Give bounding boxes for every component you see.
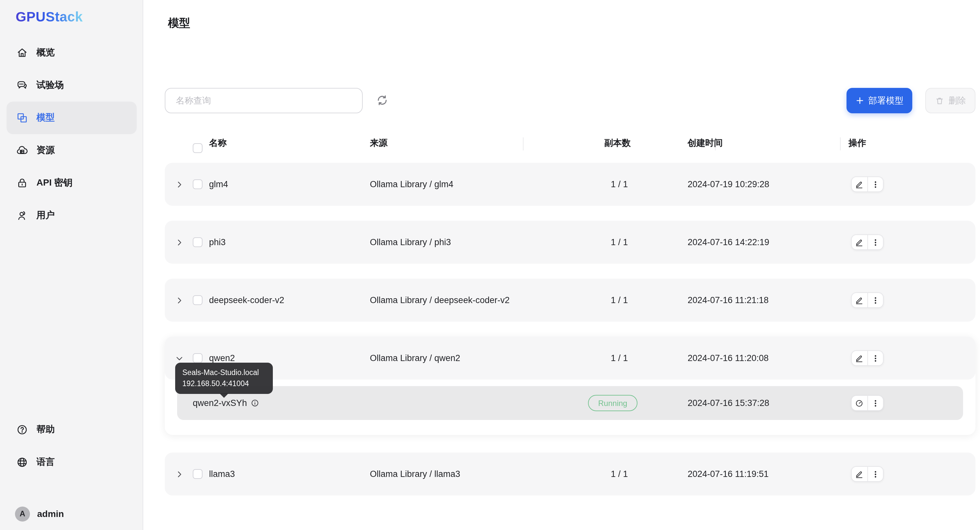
sidebar-item-label: 资源 — [37, 145, 55, 156]
plus-icon — [855, 96, 864, 105]
select-all-checkbox[interactable] — [193, 143, 202, 153]
more-actions-button[interactable] — [867, 235, 883, 249]
more-actions-button[interactable] — [867, 293, 883, 307]
model-created: 2024-07-16 11:19:51 — [687, 469, 769, 479]
model-instance-row: qwen2-vxSYh Running 2024-07-16 15:37:28 — [177, 386, 963, 420]
sidebar-item-playground[interactable]: 试验场 — [6, 69, 137, 102]
expanded-model-group: qwen2 Ollama Library / qwen2 1 / 1 2024-… — [165, 337, 975, 435]
dots-vertical-icon — [871, 296, 880, 304]
refresh-button[interactable] — [374, 92, 390, 108]
model-replicas: 1 / 1 — [611, 237, 628, 247]
dots-vertical-icon — [871, 470, 880, 478]
chat-icon — [16, 80, 28, 91]
model-name: phi3 — [209, 237, 226, 247]
cloud-server-icon — [16, 145, 28, 156]
search-input[interactable] — [165, 88, 363, 113]
sidebar-item-users[interactable]: 用户 — [6, 199, 137, 232]
edit-button[interactable] — [852, 467, 867, 481]
col-header-name: 名称 — [209, 137, 227, 149]
pencil-icon — [855, 238, 864, 247]
edit-button[interactable] — [852, 235, 867, 249]
expand-chevron-right-icon[interactable] — [174, 237, 184, 247]
edit-button[interactable] — [852, 293, 867, 307]
dots-vertical-icon — [871, 399, 880, 407]
col-header-created: 创建时间 — [687, 137, 723, 149]
tooltip-hostname: Seals-Mac-Studio.local — [182, 367, 266, 378]
sidebar-nav: 概览 试验场 模型 资源 — [0, 37, 143, 232]
user-menu[interactable]: A admin — [6, 498, 137, 529]
table-row: llama3 Ollama Library / llama3 1 / 1 202… — [165, 452, 975, 495]
instance-name-text: qwen2-vxSYh — [193, 398, 247, 408]
sidebar-item-language[interactable]: 语言 — [6, 446, 137, 479]
table-row: qwen2 Ollama Library / qwen2 1 / 1 2024-… — [165, 337, 975, 380]
trash-icon — [935, 96, 944, 105]
model-replicas: 1 / 1 — [611, 353, 628, 363]
users-icon — [16, 210, 28, 221]
more-actions-button[interactable] — [867, 396, 883, 410]
deploy-model-button[interactable]: 部署模型 — [846, 88, 912, 113]
row-checkbox[interactable] — [193, 237, 202, 247]
sidebar-item-overview[interactable]: 概览 — [6, 37, 137, 69]
edit-button[interactable] — [852, 351, 867, 365]
sidebar-item-label: 模型 — [37, 112, 55, 124]
more-actions-button[interactable] — [867, 351, 883, 365]
instance-created: 2024-07-16 15:37:28 — [687, 398, 769, 408]
model-name: deepseek-coder-v2 — [209, 295, 284, 305]
collapse-chevron-down-icon[interactable] — [174, 353, 184, 363]
table-row: deepseek-coder-v2 Ollama Library / deeps… — [165, 279, 975, 322]
help-icon — [16, 424, 28, 436]
model-created: 2024-07-19 10:29:28 — [687, 179, 769, 189]
row-checkbox[interactable] — [193, 179, 202, 189]
delete-label: 删除 — [948, 95, 966, 107]
model-created: 2024-07-16 14:22:19 — [687, 237, 769, 247]
row-actions — [851, 292, 884, 308]
expand-chevron-right-icon[interactable] — [174, 469, 184, 479]
sidebar-item-label: 试验场 — [37, 80, 64, 91]
dots-vertical-icon — [871, 180, 880, 188]
row-checkbox[interactable] — [193, 353, 202, 363]
sidebar-item-models[interactable]: 模型 — [6, 102, 137, 134]
row-checkbox[interactable] — [193, 295, 202, 305]
sidebar-item-label: 语言 — [37, 457, 55, 468]
avatar: A — [15, 506, 30, 521]
row-checkbox[interactable] — [193, 469, 202, 479]
expand-chevron-right-icon[interactable] — [174, 295, 184, 306]
sidebar-item-help[interactable]: 帮助 — [6, 414, 137, 446]
expand-chevron-right-icon[interactable] — [174, 179, 184, 189]
gpustack-logo: GPUStack — [16, 9, 83, 25]
dots-vertical-icon — [871, 238, 880, 247]
more-actions-button[interactable] — [867, 467, 883, 481]
sidebar-item-api-keys[interactable]: API 密钥 — [6, 167, 137, 199]
row-actions — [851, 466, 884, 482]
model-created: 2024-07-16 11:21:18 — [687, 295, 769, 305]
model-source: Ollama Library / glm4 — [370, 179, 453, 189]
col-header-actions: 操作 — [848, 137, 866, 149]
more-actions-button[interactable] — [867, 177, 883, 191]
models-icon — [16, 112, 28, 124]
info-icon[interactable] — [251, 399, 259, 407]
table-row: glm4 Ollama Library / glm4 1 / 1 2024-07… — [165, 163, 975, 206]
sidebar-item-resources[interactable]: 资源 — [6, 134, 137, 167]
sidebar: GPUStack 概览 试验场 模型 — [0, 0, 143, 530]
delete-button[interactable]: 删除 — [925, 88, 975, 113]
header-divider — [840, 137, 841, 150]
deploy-model-label: 部署模型 — [868, 95, 904, 107]
row-actions — [851, 234, 884, 250]
sidebar-item-label: 用户 — [37, 210, 55, 221]
tooltip-arrow — [220, 393, 229, 398]
dots-vertical-icon — [871, 354, 880, 362]
model-source: Ollama Library / deepseek-coder-v2 — [370, 295, 509, 305]
sidebar-item-label: API 密钥 — [37, 177, 72, 189]
model-source: Ollama Library / phi3 — [370, 237, 451, 247]
sidebar-footer: 帮助 语言 — [0, 414, 143, 479]
col-header-source: 来源 — [370, 137, 387, 149]
model-replicas: 1 / 1 — [611, 295, 628, 305]
header-divider — [523, 137, 523, 150]
table-row: phi3 Ollama Library / phi3 1 / 1 2024-07… — [165, 221, 975, 264]
pencil-icon — [855, 354, 864, 362]
monitor-button[interactable] — [852, 396, 867, 410]
model-created: 2024-07-16 11:20:08 — [687, 353, 769, 363]
gpustack-app: GPUStack 概览 试验场 模型 — [0, 0, 980, 530]
sidebar-item-label: 帮助 — [37, 424, 55, 436]
edit-button[interactable] — [852, 177, 867, 191]
